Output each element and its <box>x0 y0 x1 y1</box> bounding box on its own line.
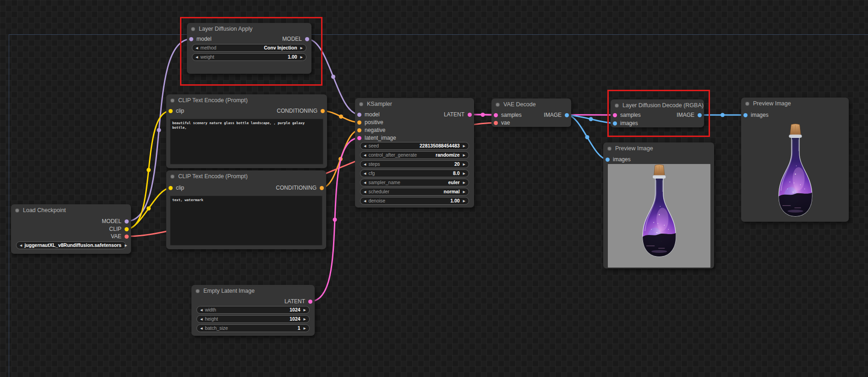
widget-decrement-icon[interactable]: ◀ <box>364 199 366 202</box>
images-input-dot[interactable] <box>606 158 610 162</box>
samples-input-slot[interactable]: samples <box>491 111 522 119</box>
widget-increment-icon[interactable]: ▶ <box>463 199 465 202</box>
widget-decrement-icon[interactable]: ◀ <box>364 163 366 166</box>
image-output-slot[interactable]: IMAGE <box>544 111 571 119</box>
widget-decrement-icon[interactable]: ◀ <box>364 172 366 175</box>
latent-output-slot[interactable]: LATENT <box>284 298 315 306</box>
widget-denoise[interactable]: ◀denoise1.00▶ <box>360 197 469 205</box>
widget-increment-icon[interactable]: ▶ <box>463 172 465 175</box>
widget-decrement-icon[interactable]: ◀ <box>364 153 366 157</box>
collapse-dot-icon[interactable] <box>196 289 200 293</box>
node-graph-canvas[interactable]: Load CheckpointMODELCLIPVAE◀cjuggernautX… <box>0 0 868 377</box>
samples-input-dot[interactable] <box>494 113 498 117</box>
node-title-bar[interactable]: VAE Decode <box>491 98 571 110</box>
widget-increment-icon[interactable]: ▶ <box>125 244 127 247</box>
node-clip-text-encode-positive[interactable]: CLIP Text Encode (Prompt)clipCONDITIONIN… <box>166 94 327 168</box>
widget-cfg[interactable]: ◀cfg8.0▶ <box>360 169 469 177</box>
widget-increment-icon[interactable]: ▶ <box>463 181 465 184</box>
widget-increment-icon[interactable]: ▶ <box>304 327 306 330</box>
collapse-dot-icon[interactable] <box>359 102 363 106</box>
widget-value: juggernautXL_v8Rundiffusion.safetensors <box>24 242 121 248</box>
prompt-textarea[interactable]: text, watermark <box>170 196 322 246</box>
node-preview-image-2[interactable]: Preview Imageimages <box>741 98 849 222</box>
node-empty-latent-image[interactable]: Empty Latent ImageLATENT◀width1024▶◀heig… <box>191 285 315 336</box>
vae-output-slot[interactable]: VAE <box>111 233 131 240</box>
clip-output-dot[interactable] <box>125 227 129 231</box>
widget-batch_size[interactable]: ◀batch_size1▶ <box>197 324 310 332</box>
latent_image-input-slot[interactable]: latent_image <box>355 134 396 142</box>
widget-increment-icon[interactable]: ▶ <box>463 144 465 148</box>
node-title-bar[interactable]: CLIP Text Encode (Prompt) <box>166 170 326 182</box>
clip-input-slot[interactable]: clip <box>166 107 184 115</box>
widget-decrement-icon[interactable]: ◀ <box>364 144 366 148</box>
widget-decrement-icon[interactable]: ◀ <box>200 327 202 330</box>
images-input-slot[interactable]: images <box>741 111 769 119</box>
vae-input-slot[interactable]: vae <box>491 119 510 127</box>
collapse-dot-icon[interactable] <box>496 103 500 107</box>
clip-output-slot[interactable]: CLIP <box>109 225 131 233</box>
model-input-slot[interactable]: model <box>355 111 380 119</box>
model-output-dot[interactable] <box>125 219 129 224</box>
widget-width[interactable]: ◀width1024▶ <box>197 306 310 314</box>
widget-seed[interactable]: ◀seed228135088454483▶ <box>360 142 469 150</box>
latent-output-dot[interactable] <box>308 300 312 304</box>
collapse-dot-icon[interactable] <box>15 208 19 213</box>
node-ksampler[interactable]: KSamplermodelpositivenegativelatent_imag… <box>355 98 474 208</box>
widget-sampler_name[interactable]: ◀sampler_nameeuler▶ <box>360 179 469 186</box>
node-title-bar[interactable]: KSampler <box>355 98 474 110</box>
node-title-bar[interactable]: Empty Latent Image <box>191 285 315 297</box>
conditioning-output-slot[interactable]: CONDITIONING <box>276 184 326 192</box>
wire-midpoint-dot <box>157 128 161 132</box>
node-preview-image-1[interactable]: Preview Imageimages <box>603 142 714 268</box>
model-output-slot[interactable]: MODEL <box>102 218 131 225</box>
images-input-slot[interactable]: images <box>603 156 631 164</box>
widget-decrement-icon[interactable]: ◀ <box>364 181 366 184</box>
model-input-dot[interactable] <box>357 113 361 117</box>
negative-input-slot[interactable]: negative <box>355 126 385 134</box>
node-title-bar[interactable]: Load Checkpoint <box>11 204 131 216</box>
vae-input-dot[interactable] <box>494 121 498 125</box>
widget-decrement-icon[interactable]: ◀ <box>20 244 22 247</box>
widget-control_after_generate[interactable]: ◀control_after_generaterandomize▶ <box>360 151 469 159</box>
conditioning-output-slot[interactable]: CONDITIONING <box>277 107 327 115</box>
conditioning-output-dot[interactable] <box>321 109 325 113</box>
node-title-bar[interactable]: Preview Image <box>741 98 849 109</box>
widget-decrement-icon[interactable]: ◀ <box>200 308 202 311</box>
widget-increment-icon[interactable]: ▶ <box>463 153 465 157</box>
conditioning-output-dot[interactable] <box>320 186 324 190</box>
node-title-bar[interactable]: CLIP Text Encode (Prompt) <box>166 94 327 106</box>
widget-increment-icon[interactable]: ▶ <box>463 190 465 193</box>
latent-output-slot[interactable]: LATENT <box>444 111 474 119</box>
clip-input-dot[interactable] <box>169 109 173 113</box>
negative-input-dot[interactable] <box>357 128 361 132</box>
widget-steps[interactable]: ◀steps20▶ <box>360 160 469 168</box>
latent-output-dot[interactable] <box>468 113 472 117</box>
widget-increment-icon[interactable]: ▶ <box>304 308 306 311</box>
widget-value: 1 <box>298 325 300 331</box>
node-clip-text-encode-negative[interactable]: CLIP Text Encode (Prompt)clipCONDITIONIN… <box>166 170 326 249</box>
clip-input-slot[interactable]: clip <box>166 184 184 192</box>
widget-c[interactable]: ◀cjuggernautXL_v8Rundiffusion.safetensor… <box>16 241 126 249</box>
widget-increment-icon[interactable]: ▶ <box>304 317 306 321</box>
collapse-dot-icon[interactable] <box>607 147 611 151</box>
collapse-dot-icon[interactable] <box>170 175 175 179</box>
collapse-dot-icon[interactable] <box>745 102 749 106</box>
widget-scheduler[interactable]: ◀schedulernormal▶ <box>360 188 469 196</box>
widget-increment-icon[interactable]: ▶ <box>463 163 465 166</box>
node-load-checkpoint[interactable]: Load CheckpointMODELCLIPVAE◀cjuggernautX… <box>11 204 131 254</box>
collapse-dot-icon[interactable] <box>170 98 175 103</box>
prompt-textarea[interactable]: beautiful scenery nature glass bottle la… <box>170 119 323 164</box>
image-output-dot[interactable] <box>565 113 569 117</box>
vae-output-dot[interactable] <box>125 235 129 239</box>
node-title-bar[interactable]: Preview Image <box>603 142 714 154</box>
node-vae-decode[interactable]: VAE DecodesamplesvaeIMAGE <box>491 98 571 127</box>
input-slot-label: model <box>365 111 380 118</box>
widget-height[interactable]: ◀height1024▶ <box>197 315 310 323</box>
widget-decrement-icon[interactable]: ◀ <box>364 190 366 193</box>
widget-decrement-icon[interactable]: ◀ <box>200 317 202 321</box>
positive-input-dot[interactable] <box>357 120 361 125</box>
clip-input-dot[interactable] <box>169 186 173 190</box>
latent_image-input-dot[interactable] <box>357 136 361 140</box>
positive-input-slot[interactable]: positive <box>355 119 383 126</box>
images-input-dot[interactable] <box>743 113 748 117</box>
